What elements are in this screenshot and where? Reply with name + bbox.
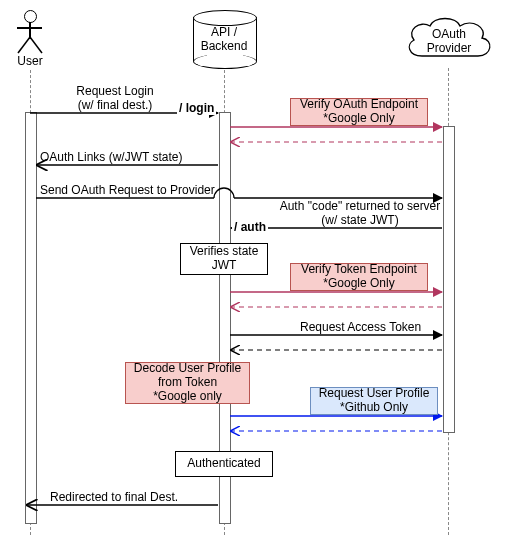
- msg-request-login: Request Login (w/ final dest.): [50, 85, 180, 113]
- msg-verify-oauth-endpoint-text: Verify OAuth Endpoint *Google Only: [300, 98, 418, 126]
- msg-verify-token-endpoint-text: Verify Token Endpoint *Google Only: [301, 263, 417, 291]
- note-decode-user-profile: Decode User Profile from Token *Google o…: [125, 362, 250, 404]
- msg-verify-token-endpoint: Verify Token Endpoint *Google Only: [290, 263, 428, 291]
- sequence-diagram: User API / Backend OAuth Provider: [0, 0, 511, 542]
- msg-send-oauth-request: Send OAuth Request to Provider: [40, 184, 215, 198]
- note-verifies-state-jwt-text: Verifies state JWT: [190, 245, 259, 273]
- svg-line-0: [18, 37, 30, 53]
- participant-provider-label: OAuth Provider: [414, 28, 484, 56]
- endpoint-login: / login: [177, 101, 216, 115]
- msg-request-access-token: Request Access Token: [300, 321, 421, 335]
- endpoint-auth: / auth: [232, 220, 268, 234]
- note-authenticated: Authenticated: [175, 451, 273, 477]
- actor-user-label: User: [6, 55, 54, 69]
- participant-backend-label: API / Backend: [192, 26, 256, 54]
- activation-provider: [443, 126, 455, 433]
- svg-line-1: [30, 37, 42, 53]
- msg-request-user-profile: Request User Profile *Github Only: [310, 387, 438, 415]
- msg-oauth-links: OAuth Links (w/JWT state): [40, 151, 182, 165]
- msg-auth-code: Auth "code" returned to server (w/ state…: [275, 200, 445, 228]
- msg-redirected: Redirected to final Dest.: [50, 491, 178, 505]
- note-decode-user-profile-text: Decode User Profile from Token *Google o…: [134, 362, 241, 403]
- note-authenticated-text: Authenticated: [187, 457, 260, 471]
- note-verifies-state-jwt: Verifies state JWT: [180, 243, 268, 275]
- activation-user: [25, 112, 37, 524]
- msg-verify-oauth-endpoint: Verify OAuth Endpoint *Google Only: [290, 98, 428, 126]
- msg-request-user-profile-text: Request User Profile *Github Only: [319, 387, 430, 415]
- actor-user: [14, 10, 46, 54]
